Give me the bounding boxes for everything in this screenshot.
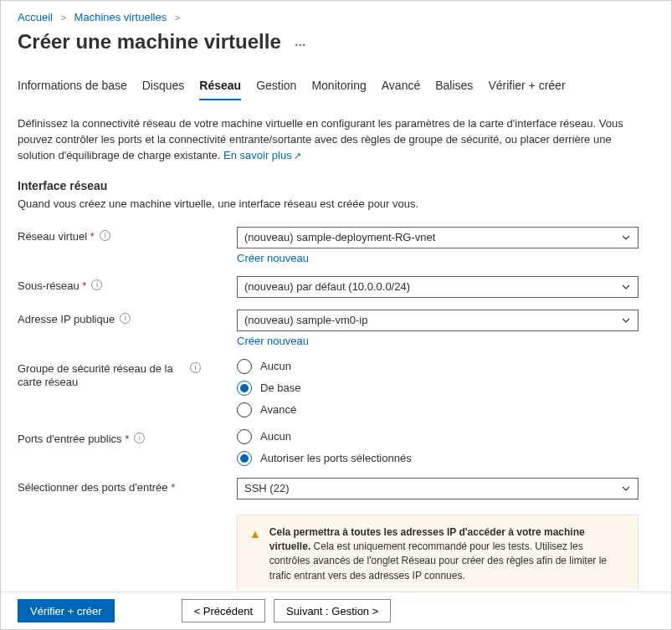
tab-tags[interactable]: Balises (435, 74, 473, 100)
inbound-ports-radio-none[interactable]: Aucun (237, 429, 639, 444)
tabs: Informations de base Disques Réseau Gest… (18, 74, 654, 101)
tab-monitoring[interactable]: Monitoring (311, 74, 366, 100)
inbound-ports-radio-group: Aucun Autoriser les ports sélectionnés (237, 429, 639, 466)
tab-basics[interactable]: Informations de base (18, 74, 127, 100)
section-subtext: Quand vous créez une machine virtuelle, … (18, 197, 654, 210)
tab-management[interactable]: Gestion (256, 74, 296, 100)
select-ports-select[interactable]: SSH (22) (237, 478, 639, 499)
breadcrumb-vms[interactable]: Machines virtuelles (74, 11, 167, 23)
public-ip-create-new-link[interactable]: Créer nouveau (237, 335, 309, 347)
nsg-radio-none[interactable]: Aucun (237, 359, 639, 374)
wizard-footer: Vérifier + créer < Précédent Suivant : G… (1, 592, 671, 629)
inbound-ports-label: Ports d'entrée publics * i (18, 429, 237, 447)
public-ip-label: Adresse IP publique i (18, 310, 237, 327)
info-icon[interactable]: i (91, 279, 102, 290)
vnet-select[interactable]: (nouveau) sample-deployment-RG-vnet (237, 227, 639, 248)
tab-description: Définissez la connectivité réseau de vot… (18, 116, 637, 164)
external-link-icon: ↗ (294, 151, 301, 161)
warning-icon: ▲ (249, 525, 261, 584)
select-ports-label: Sélectionner des ports d'entrée * (18, 478, 237, 495)
vnet-create-new-link[interactable]: Créer nouveau (237, 252, 309, 264)
chevron-down-icon (621, 484, 631, 494)
chevron-down-icon (621, 282, 631, 292)
chevron-right-icon: > (175, 13, 180, 23)
tab-disks[interactable]: Disques (142, 74, 185, 100)
breadcrumb-home[interactable]: Accueil (18, 11, 53, 23)
breadcrumb: Accueil > Machines virtuelles > (18, 8, 654, 25)
page-title: Créer une machine virtuelle … (18, 30, 654, 54)
previous-button[interactable]: < Précédent (182, 599, 265, 622)
subnet-label: Sous-réseau * i (18, 276, 237, 294)
inbound-ports-radio-allow[interactable]: Autoriser les ports sélectionnés (237, 451, 639, 466)
vnet-label: Réseau virtuel * i (18, 227, 237, 244)
nsg-label: Groupe de sécurité réseau de la carte ré… (18, 359, 237, 391)
tab-network[interactable]: Réseau (199, 74, 241, 100)
subnet-select[interactable]: (nouveau) par défaut (10.0.0.0/24) (237, 276, 639, 298)
review-create-button[interactable]: Vérifier + créer (18, 599, 115, 622)
chevron-down-icon (621, 233, 631, 243)
info-icon[interactable]: i (190, 362, 201, 373)
info-icon[interactable]: i (134, 433, 145, 443)
public-ip-select[interactable]: (nouveau) sample-vm0-ip (237, 310, 639, 331)
chevron-down-icon (621, 315, 631, 325)
info-icon[interactable]: i (100, 230, 110, 241)
nsg-radio-basic[interactable]: De base (237, 381, 639, 396)
next-button[interactable]: Suivant : Gestion > (274, 599, 391, 622)
learn-more-link[interactable]: En savoir plus↗ (223, 149, 301, 161)
chevron-right-icon: > (61, 13, 66, 23)
tab-advanced[interactable]: Avancé (382, 74, 420, 100)
nsg-radio-group: Aucun De base Avancé (237, 359, 639, 417)
section-heading: Interface réseau (18, 179, 654, 192)
tab-review[interactable]: Vérifier + créer (488, 74, 565, 100)
more-icon[interactable]: … (295, 35, 307, 49)
info-icon[interactable]: i (120, 313, 131, 324)
nsg-radio-advanced[interactable]: Avancé (237, 402, 639, 417)
ports-warning: ▲ Cela permettra à toutes les adresses I… (237, 515, 639, 595)
